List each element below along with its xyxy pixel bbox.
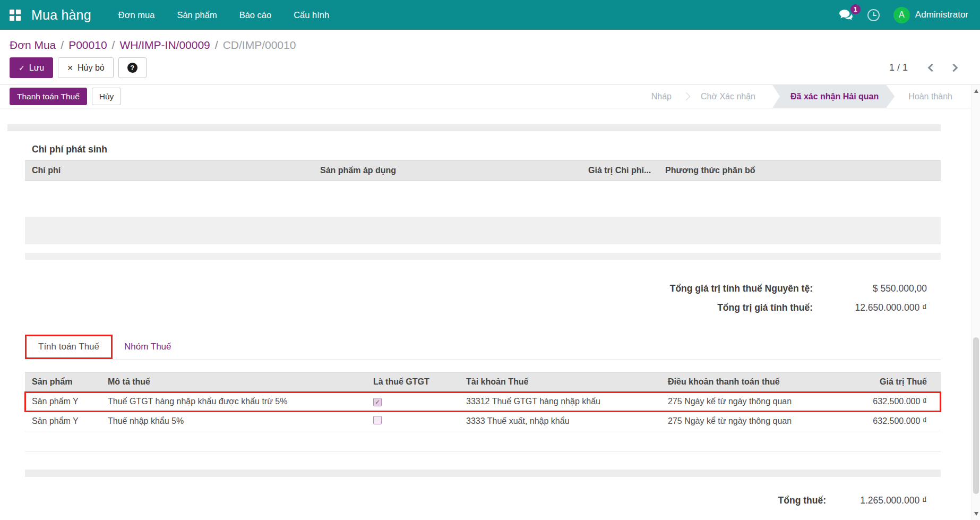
scrollbar-thumb[interactable] <box>973 337 979 494</box>
main-menu: Đơn mua Sản phẩm Báo cáo Cấu hình <box>107 0 340 30</box>
total-vnd-value: 12.650.000.000 ₫ <box>813 302 927 313</box>
col-tai-khoan-thue[interactable]: Tài khoản Thuế <box>459 377 661 387</box>
status-pipeline: Nháp Chờ Xác nhận Đã xác nhận Hải quan H… <box>638 85 980 108</box>
pay-tax-button[interactable]: Thanh toán Thuế <box>10 88 87 105</box>
form-sheet: Chi phí phát sinh Chi phí Sản phẩm áp dụ… <box>0 124 980 506</box>
nav-item-bao-cao[interactable]: Báo cáo <box>228 0 283 30</box>
nav-item-don-mua[interactable]: Đơn mua <box>107 0 166 30</box>
top-navbar: Mua hàng Đơn mua Sản phẩm Báo cáo Cấu hì… <box>0 0 980 30</box>
breadcrumb-link-p00010[interactable]: P00010 <box>68 39 107 51</box>
breadcrumb-separator: / <box>61 39 64 51</box>
state-nhap[interactable]: Nháp <box>638 85 685 108</box>
cell-product: Sản phẩm Y <box>25 416 101 426</box>
state-cho-xac-nhan[interactable]: Chờ Xác nhận <box>687 85 769 108</box>
vat-checkbox[interactable]: ✓ <box>373 398 382 406</box>
save-button[interactable]: ✓ Lưu <box>10 57 53 78</box>
messages-badge: 1 <box>850 4 861 14</box>
user-name: Administrator <box>915 10 968 20</box>
costs-table-empty-stripe <box>25 217 941 244</box>
col-gia-tri-chi-phi[interactable]: Giá trị Chi phí... <box>581 166 658 175</box>
pager-next-button[interactable] <box>950 64 958 72</box>
breadcrumb-separator: / <box>112 39 115 51</box>
vertical-scrollbar[interactable] <box>972 85 980 520</box>
avatar: A <box>893 7 910 23</box>
cell-amount: 632.500.000 ₫ <box>844 397 941 406</box>
costs-table: Chi phí Sản phẩm áp dụng Giá trị Chi phí… <box>25 160 941 260</box>
col-mo-ta-thue[interactable]: Mô tả thuế <box>101 377 366 387</box>
cancel-button[interactable]: Hủy <box>92 88 122 105</box>
pager-previous-button[interactable] <box>928 64 936 72</box>
scrolled-row-strip <box>7 124 941 131</box>
breadcrumb-link-don-mua[interactable]: Đơn Mua <box>10 39 56 51</box>
nav-item-san-pham[interactable]: Sản phẩm <box>166 0 228 30</box>
x-icon: ✕ <box>67 64 73 72</box>
tax-table-empty-stripe <box>25 470 941 477</box>
pager: 1 / 1 <box>889 62 970 73</box>
grand-total-value: 1.265.000.000 ₫ <box>826 495 927 506</box>
col-gia-tri-thue[interactable]: Giá trị Thuế <box>844 377 941 387</box>
col-san-pham[interactable]: Sản phẩm <box>25 377 101 387</box>
total-vnd-label: Tổng trị giá tính thuế: <box>717 302 813 313</box>
activities-clock-icon[interactable] <box>867 9 880 21</box>
statusbar: Thanh toán Thuế Hủy Nháp Chờ Xác nhận Đã… <box>0 85 980 108</box>
save-button-label: Lưu <box>29 63 45 73</box>
app-brand[interactable]: Mua hàng <box>31 7 91 23</box>
tax-computation-table: Sản phẩm Mô tả thuế Là thuế GTGT Tài kho… <box>25 372 941 477</box>
costs-table-header: Chi phí Sản phẩm áp dụng Giá trị Chi phí… <box>25 160 941 181</box>
apps-grid-icon[interactable] <box>10 10 21 21</box>
col-san-pham-ap-dung[interactable]: Sản phẩm áp dụng <box>313 166 581 175</box>
help-button[interactable]: ? <box>118 57 147 78</box>
grand-total-label: Tổng thuế: <box>778 495 826 506</box>
breadcrumb-link-wh-imp-in[interactable]: WH/IMP-IN/00009 <box>119 39 210 51</box>
breadcrumb: Đơn Mua/P00010/WH/IMP-IN/00009/CD/IMP/00… <box>10 37 970 54</box>
tax-table-header: Sản phẩm Mô tả thuế Là thuế GTGT Tài kho… <box>25 372 941 392</box>
col-chi-phi[interactable]: Chi phí <box>25 166 313 175</box>
col-dieu-khoan-thanh-toan[interactable]: Điều khoản thanh toán thuế <box>661 377 844 387</box>
grand-total: Tổng thuế: 1.265.000.000 ₫ <box>25 495 941 506</box>
vat-checkbox[interactable]: ✓ <box>373 416 382 424</box>
costs-table-empty-area <box>25 181 941 217</box>
tax-table-row[interactable]: Sản phẩm Y Thuế GTGT hàng nhập khẩu được… <box>25 392 941 412</box>
breadcrumb-current: CD/IMP/00010 <box>223 39 296 51</box>
state-da-xac-nhan-hai-quan[interactable]: Đã xác nhận Hải quan <box>772 85 895 108</box>
check-icon: ✓ <box>375 399 380 405</box>
costs-section-title: Chi phí phát sinh <box>32 144 941 155</box>
check-icon: ✓ <box>19 64 25 72</box>
discard-button-label: Hủy bỏ <box>78 63 105 73</box>
cell-product: Sản phẩm Y <box>25 397 101 406</box>
pager-value: 1 / 1 <box>889 62 908 73</box>
scroll-down-arrow-icon[interactable] <box>974 512 978 516</box>
col-la-thue-gtgt[interactable]: Là thuế GTGT <box>366 377 459 387</box>
total-original-currency-label: Tổng giá trị tính thuế Nguyên tệ: <box>670 283 813 294</box>
costs-table-empty-stripe-thin <box>25 253 941 260</box>
cell-description: Thuế nhập khẩu 5% <box>101 416 366 426</box>
scroll-up-arrow-icon[interactable] <box>974 89 978 93</box>
help-icon: ? <box>127 63 137 73</box>
col-phuong-thuc-phan-bo[interactable]: Phương thức phân bổ <box>658 166 941 175</box>
control-panel: Đơn Mua/P00010/WH/IMP-IN/00009/CD/IMP/00… <box>0 30 980 85</box>
tab-tinh-toan-thue[interactable]: Tính toán Thuế <box>25 335 113 359</box>
tax-base-totals: Tổng giá trị tính thuế Nguyên tệ: $ 550.… <box>25 283 941 313</box>
screen: Mua hàng Đơn mua Sản phẩm Báo cáo Cấu hì… <box>0 0 980 520</box>
cell-account: 33312 Thuế GTGT hàng nhập khẩu <box>459 397 661 406</box>
cell-account: 3333 Thuế xuất, nhập khẩu <box>459 416 661 426</box>
breadcrumb-separator: / <box>215 39 218 51</box>
tax-table-empty-row <box>25 431 941 451</box>
cell-payment-term: 275 Ngày kể từ ngày thông quan <box>661 397 844 406</box>
total-original-currency-value: $ 550.000,00 <box>813 283 927 294</box>
messages-button[interactable]: 1 <box>839 9 854 21</box>
nav-item-cau-hinh[interactable]: Cấu hình <box>282 0 340 30</box>
cell-amount: 632.500.000 ₫ <box>844 416 941 426</box>
discard-button[interactable]: ✕ Hủy bỏ <box>58 57 113 78</box>
tax-table-row[interactable]: Sản phẩm Y Thuế nhập khẩu 5% ✓ 3333 Thuế… <box>25 412 941 431</box>
state-hoan-thanh[interactable]: Hoàn thành <box>895 85 966 108</box>
cell-payment-term: 275 Ngày kể từ ngày thông quan <box>661 416 844 426</box>
notebook-tabs: Tính toán Thuế Nhóm Thuế <box>25 334 941 360</box>
tab-nhom-thue[interactable]: Nhóm Thuế <box>113 336 183 357</box>
user-menu[interactable]: A Administrator <box>893 7 968 23</box>
cell-description: Thuế GTGT hàng nhập khẩu được khấu trừ 5… <box>101 397 366 406</box>
